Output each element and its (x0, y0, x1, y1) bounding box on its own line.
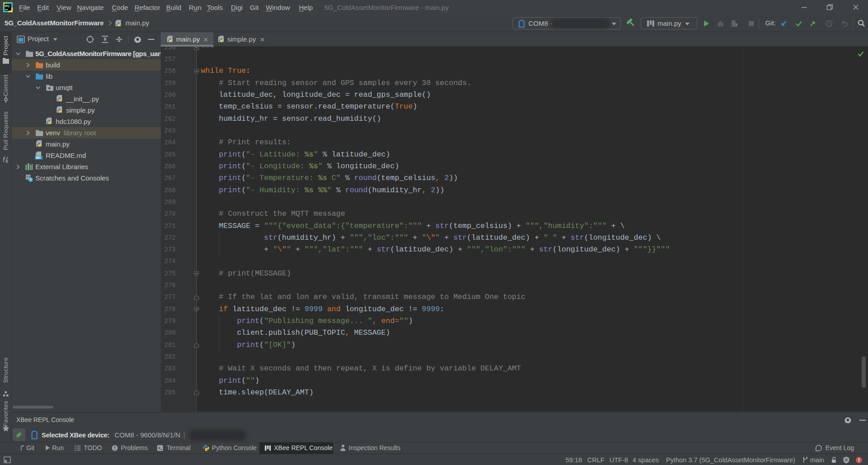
svg-text:PC: PC (5, 4, 10, 8)
svg-text:MD: MD (36, 156, 41, 159)
